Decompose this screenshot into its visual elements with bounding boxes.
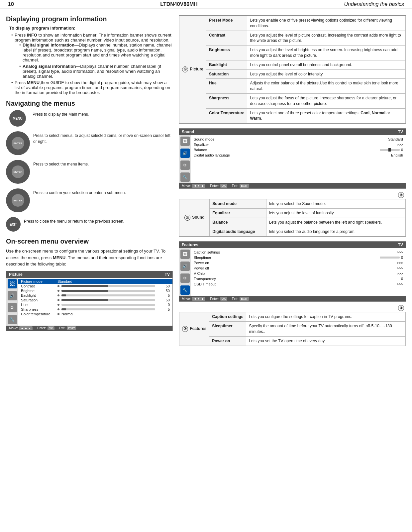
- row-label: Power off: [194, 266, 209, 270]
- picture-menu-icons: 🖼 🔊 ⚙ 🔧: [6, 278, 18, 326]
- table-row: Equalizer lets you adjust the level of l…: [179, 208, 406, 218]
- table-row: Sharpness 5: [18, 307, 172, 312]
- table-row: Sound mode Standard: [194, 137, 403, 142]
- nav-menu-text: Press to display the Main menu.: [33, 110, 89, 117]
- bar-container: [61, 308, 155, 310]
- row-value: >>>: [397, 271, 403, 275]
- footer-item: Exit: EXIT: [232, 297, 249, 301]
- footer-item: Exit: EXIT: [59, 326, 76, 330]
- row-header: Balance: [210, 218, 266, 227]
- row-label: OSD Timeout: [194, 282, 216, 286]
- row-header: Contrast: [206, 31, 247, 46]
- sound-menu-title-left: Sound: [182, 130, 194, 134]
- category-cell-picture: ① Picture: [179, 16, 206, 123]
- table-row: Transpaerncy 0: [194, 276, 403, 281]
- nav-item-enter3: ENTER Press to confirm your selection or…: [6, 188, 173, 212]
- page-number: 10: [8, 1, 14, 7]
- features-menu-footer: Move: ◄ ► ▲ Enter: OK Exit: EXIT: [179, 296, 406, 301]
- circle-num: ③: [182, 326, 188, 332]
- sound-menu-header: Sound TV: [179, 129, 406, 135]
- main-content: Displaying program information To displa…: [0, 9, 412, 351]
- row-header: Sharpness: [206, 93, 247, 108]
- row-header: Digital audio language: [210, 227, 266, 236]
- dot: [57, 304, 59, 306]
- row-desc: Lets you adjust the level of brightness …: [247, 46, 406, 60]
- table-row: Color temperature Normal: [18, 312, 172, 316]
- table-row: Sleeptimer 0: [194, 255, 403, 260]
- footer-item: Move: ◄ ► ▲: [182, 184, 205, 188]
- table-row: Power on Lets you set the TV open time o…: [179, 336, 406, 346]
- row-value: >>>: [397, 266, 403, 270]
- row-label: Equalizer: [194, 143, 209, 147]
- dot: [57, 308, 59, 310]
- table-row: ③ Features Caption settings Lets you con…: [179, 312, 406, 322]
- row-value: Normal: [61, 312, 73, 316]
- row-header: Sleeptimer: [209, 322, 246, 337]
- row-label: Picture mode: [21, 279, 57, 283]
- row-desc: Lets you enable one of five preset viewi…: [247, 16, 406, 31]
- exit-btn: EXIT: [6, 217, 21, 232]
- row-header: Brightness: [206, 46, 247, 60]
- footer-label: Enter:: [210, 184, 219, 188]
- footer-key: OK: [220, 184, 227, 188]
- left-column: Displaying program information To displa…: [6, 15, 179, 351]
- row-header: Caption settings: [209, 312, 246, 322]
- row-desc: Lets you control panel overall brightnes…: [247, 60, 406, 69]
- footer-key: EXIT: [240, 184, 249, 188]
- table-row: Saturation Lets you adjust the level of …: [179, 69, 406, 79]
- row-value: >>>: [397, 250, 403, 254]
- enter-label-2: ENTER: [13, 170, 22, 173]
- picture-info-table: ① Picture Preset Mode Lets you enable on…: [179, 16, 406, 123]
- dot: [57, 299, 59, 301]
- features-menu-body: 🖼 🔊 ⚙ 🔧 Caption settings >>> Sleeptimer: [179, 248, 406, 296]
- footer-item: Enter: OK: [37, 326, 54, 330]
- section-navigating: Navigating the menus MENU Press to displ…: [6, 100, 173, 232]
- nav-exit-text: Press to close the menu or return to the…: [24, 217, 124, 224]
- row-desc: Lets you adjust the level of picture con…: [247, 31, 406, 46]
- row-value: >>>: [397, 282, 403, 286]
- footer-item: Exit: EXIT: [232, 184, 249, 188]
- table-row: Digital audio language English: [194, 153, 403, 158]
- sleep-bar: [380, 257, 400, 259]
- footer-key: EXIT: [240, 297, 249, 301]
- bar-container: [61, 290, 155, 292]
- row-desc: Specify the amount of time before your T…: [246, 322, 406, 337]
- bar-fill: [61, 290, 108, 292]
- section-onscreen: On-screen menu overview Use the on-scree…: [6, 238, 173, 331]
- sound-info-table: ② Sound Sound mode lets you select the S…: [179, 199, 406, 236]
- dot: [57, 313, 59, 315]
- list-item: Press INFO to show an information banner…: [11, 33, 173, 79]
- nav-item-menu: MENU Press to display the Main menu.: [6, 110, 173, 127]
- dot: [57, 290, 59, 292]
- row-label: Sleeptimer: [194, 256, 211, 260]
- icon-settings-f: ⚙: [180, 273, 190, 283]
- row-header: Equalizer: [210, 208, 266, 218]
- table-row: Brightness Lets you adjust the level of …: [179, 46, 406, 60]
- bar-fill: [61, 294, 66, 296]
- table-row: Hue 0: [18, 302, 172, 307]
- bar-container: [61, 304, 155, 306]
- row-label: Brightne: [21, 289, 57, 293]
- enter-label-3: ENTER: [13, 199, 22, 202]
- onscreen-heading: On-screen menu overview: [6, 238, 173, 245]
- table-row: Saturation 50: [18, 298, 172, 302]
- row-value: 0: [162, 303, 170, 307]
- row-header: Color Temperature: [206, 108, 247, 123]
- picture-menu-body: 🖼 🔊 ⚙ 🔧 Picture mode Standard Co: [6, 278, 172, 326]
- table-row: Balance Lets you adjust the balance betw…: [179, 218, 406, 227]
- row-desc: Lets you set the TV open time of every d…: [246, 336, 406, 346]
- icon-sound-f: 🔊: [180, 262, 190, 271]
- sound-menu-rows: Sound mode Standard Equalizer >>> Balanc…: [191, 135, 406, 183]
- row-label: Hue: [21, 303, 57, 307]
- nav-enter3-text: Press to confirm your selection or enter…: [33, 188, 126, 196]
- icon-settings-s: ⚙: [180, 160, 190, 170]
- features-menu-title-right: TV: [398, 243, 403, 247]
- list-item: Analog signal information—Displays chann…: [19, 64, 173, 79]
- row-desc: lets you select the audio language for a…: [266, 227, 405, 236]
- bar-container: [61, 285, 155, 287]
- icon-extra-s: 🔧: [180, 172, 190, 182]
- table-row: V-Chip >>>: [194, 271, 403, 276]
- picture-menu-footer: Move: ◄ ► ▲ Enter: OK Exit: EXIT: [6, 326, 172, 331]
- table-row: Digital audio language lets you select t…: [179, 227, 406, 236]
- table-row: Color Temperature Lets you select one of…: [179, 108, 406, 123]
